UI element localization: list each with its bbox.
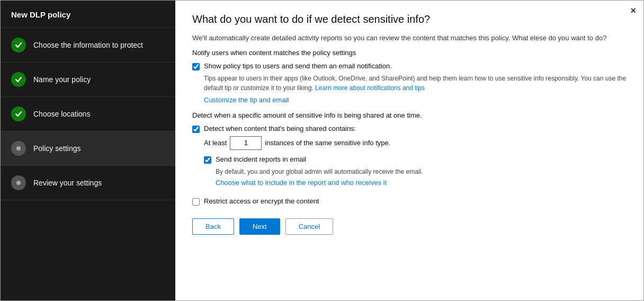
sidebar-item-review-settings[interactable]: Review your settings bbox=[1, 166, 175, 200]
sidebar-label-choose-info: Choose the information to protect bbox=[33, 41, 143, 49]
check-icon-choose-info bbox=[11, 38, 26, 52]
send-incident-checkbox[interactable] bbox=[204, 156, 211, 164]
sidebar-label-name-policy: Name your policy bbox=[33, 75, 91, 84]
instances-input[interactable] bbox=[230, 136, 262, 150]
dialog: × New DLP policy Choose the information … bbox=[0, 0, 644, 301]
dot-icon-policy-settings bbox=[11, 141, 26, 156]
sidebar-item-choose-locations[interactable]: Choose locations bbox=[1, 97, 175, 131]
main-content: What do you want to do if we detect sens… bbox=[175, 1, 643, 300]
sidebar: New DLP policy Choose the information to… bbox=[1, 1, 175, 300]
check-icon-choose-locations bbox=[11, 107, 26, 121]
detect-checkbox[interactable] bbox=[192, 126, 200, 133]
dot-icon-review-settings bbox=[11, 175, 26, 190]
sidebar-item-policy-settings[interactable]: Policy settings bbox=[1, 131, 175, 166]
close-button[interactable]: × bbox=[630, 6, 636, 15]
svg-point-1 bbox=[16, 181, 21, 185]
show-tips-row: Show policy tips to users and send them … bbox=[192, 62, 627, 70]
back-button[interactable]: Back bbox=[192, 218, 234, 235]
restrict-checkbox[interactable] bbox=[192, 198, 200, 206]
instances-suffix: instances of the same sensitive info typ… bbox=[265, 139, 390, 147]
send-incident-row: Send incident reports in email bbox=[204, 155, 627, 164]
sidebar-label-choose-locations: Choose locations bbox=[33, 110, 90, 118]
learn-more-link[interactable]: Learn more about notifications and tips bbox=[315, 84, 425, 92]
sidebar-label-review-settings: Review your settings bbox=[33, 179, 102, 187]
sidebar-item-name-policy[interactable]: Name your policy bbox=[1, 63, 175, 97]
main-description: We'll automatically create detailed acti… bbox=[192, 33, 627, 43]
choose-report-link[interactable]: Choose what to include in the report and… bbox=[216, 179, 387, 187]
check-icon-name-policy bbox=[11, 72, 26, 87]
show-tips-label[interactable]: Show policy tips to users and send them … bbox=[204, 62, 392, 70]
incident-subtext: By default, you and your global admin wi… bbox=[216, 167, 627, 176]
sidebar-title: New DLP policy bbox=[1, 1, 175, 28]
customize-link[interactable]: Customize the tip and email bbox=[204, 96, 289, 104]
detect-label: Detect when a specific amount of sensiti… bbox=[192, 111, 627, 119]
customize-link-container: Customize the tip and email bbox=[204, 96, 627, 104]
restrict-row: Restrict access or encrypt the content bbox=[192, 197, 627, 206]
sidebar-label-policy-settings: Policy settings bbox=[33, 144, 80, 153]
next-button[interactable]: Next bbox=[239, 218, 280, 235]
detect-checkbox-row: Detect when content that's being shared … bbox=[192, 125, 627, 133]
footer: Back Next Cancel bbox=[192, 218, 627, 235]
main-title: What do you want to do if we detect sens… bbox=[192, 13, 627, 25]
svg-point-0 bbox=[16, 146, 21, 150]
cancel-button[interactable]: Cancel bbox=[285, 218, 333, 235]
instances-row: At least instances of the same sensitive… bbox=[204, 136, 627, 150]
sidebar-item-choose-info[interactable]: Choose the information to protect bbox=[1, 28, 175, 63]
restrict-label[interactable]: Restrict access or encrypt the content bbox=[204, 197, 319, 205]
tip-text: Tips appear to users in their apps (like… bbox=[204, 74, 627, 93]
send-incident-label[interactable]: Send incident reports in email bbox=[216, 155, 306, 163]
notify-label: Notify users when content matches the po… bbox=[192, 49, 627, 57]
report-link-container: Choose what to include in the report and… bbox=[216, 179, 627, 187]
at-least-label: At least bbox=[204, 139, 227, 147]
show-tips-checkbox[interactable] bbox=[192, 63, 200, 70]
detect-checkbox-label[interactable]: Detect when content that's being shared … bbox=[204, 125, 356, 132]
